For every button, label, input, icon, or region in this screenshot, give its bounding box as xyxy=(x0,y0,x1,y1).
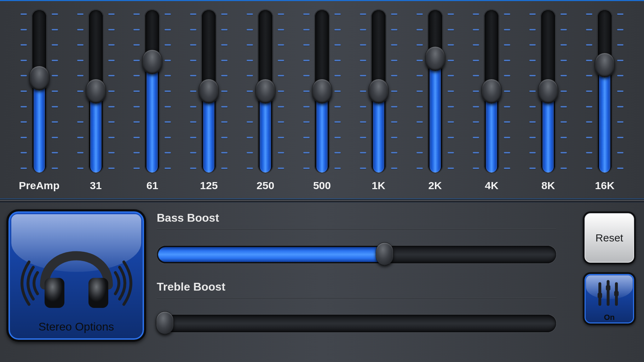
treble-boost-thumb[interactable] xyxy=(156,311,174,334)
slider-thumb[interactable] xyxy=(255,79,275,104)
tick-marks xyxy=(473,13,479,169)
slider-thumb[interactable] xyxy=(312,79,332,104)
tick-marks xyxy=(529,13,536,169)
svg-rect-5 xyxy=(598,293,602,298)
right-controls: Reset On xyxy=(581,209,638,362)
eq-band-label: 8K xyxy=(541,180,555,192)
stereo-options-label: Stereo Options xyxy=(8,320,144,333)
tick-marks xyxy=(303,13,310,169)
tick-marks xyxy=(334,13,341,169)
eq-band-4k: 4K xyxy=(464,6,519,192)
slider-thumb[interactable] xyxy=(538,79,558,104)
tick-marks xyxy=(165,13,171,169)
eq-slider[interactable] xyxy=(356,6,402,176)
slider-thumb[interactable] xyxy=(595,53,615,77)
treble-boost-label: Treble Boost xyxy=(157,280,556,293)
tick-marks xyxy=(391,13,397,169)
slider-groove xyxy=(428,10,442,173)
panel-divider xyxy=(0,199,644,202)
svg-rect-7 xyxy=(614,291,619,296)
slider-thumb[interactable] xyxy=(482,79,501,104)
eq-band-125: 125 xyxy=(181,6,237,192)
equalizer-icon xyxy=(592,279,628,311)
eq-band-2k: 2K xyxy=(407,6,463,192)
tick-marks xyxy=(247,13,253,169)
effects-panel: Stereo Options Bass Boost Treble Boost R… xyxy=(0,202,644,362)
tick-marks xyxy=(448,13,454,169)
eq-band-16k: 16K xyxy=(577,6,633,192)
eq-toggle-label: On xyxy=(585,313,634,322)
eq-slider[interactable] xyxy=(582,6,628,176)
slider-thumb[interactable] xyxy=(369,79,389,104)
eq-band-label: 2K xyxy=(428,180,442,192)
eq-band-label: 31 xyxy=(90,180,102,192)
stereo-options-button[interactable]: Stereo Options xyxy=(6,209,146,342)
equalizer-panel: PreAmp31611252505001K2K4K8K16K xyxy=(0,0,644,199)
eq-band-label: 250 xyxy=(257,180,274,192)
slider-thumb[interactable] xyxy=(86,79,106,104)
slider-groove xyxy=(145,10,159,173)
eq-band-1k: 1K xyxy=(351,6,407,192)
tick-marks xyxy=(586,13,592,169)
eq-band-label: PreAmp xyxy=(19,180,59,192)
eq-band-500: 500 xyxy=(294,6,350,192)
bass-boost-slider[interactable] xyxy=(157,241,556,266)
eq-slider[interactable] xyxy=(412,6,458,176)
boost-controls: Bass Boost Treble Boost xyxy=(157,209,570,362)
svg-rect-0 xyxy=(45,278,64,308)
reset-button[interactable]: Reset xyxy=(583,211,636,264)
eq-band-label: 125 xyxy=(200,180,218,192)
eq-band-preamp: PreAmp xyxy=(11,6,67,192)
eq-band-250: 250 xyxy=(237,6,293,192)
tick-marks xyxy=(108,13,115,169)
reset-label: Reset xyxy=(596,232,623,244)
eq-band-label: 16K xyxy=(595,180,615,192)
tick-marks xyxy=(221,13,228,169)
tick-marks xyxy=(504,13,510,169)
tick-marks xyxy=(190,13,196,169)
eq-toggle-button[interactable]: On xyxy=(583,272,636,325)
eq-slider[interactable] xyxy=(73,6,119,176)
eq-slider[interactable] xyxy=(299,6,345,176)
tick-marks xyxy=(360,13,366,169)
eq-slider[interactable] xyxy=(525,6,571,176)
treble-boost-slider[interactable] xyxy=(157,310,556,335)
slider-thumb[interactable] xyxy=(29,66,49,90)
eq-band-label: 61 xyxy=(146,180,158,192)
svg-rect-1 xyxy=(88,278,108,308)
svg-rect-6 xyxy=(606,285,610,290)
slider-thumb[interactable] xyxy=(425,46,445,71)
tick-marks xyxy=(133,13,140,169)
tick-marks xyxy=(617,13,623,169)
slider-groove xyxy=(598,10,612,173)
eq-band-label: 500 xyxy=(313,180,331,192)
tick-marks xyxy=(416,13,423,169)
separator xyxy=(157,229,556,229)
eq-band-label: 1K xyxy=(372,180,385,192)
headphones-icon xyxy=(20,225,133,313)
bass-boost-label: Bass Boost xyxy=(157,211,556,224)
separator xyxy=(157,298,556,298)
eq-slider[interactable] xyxy=(129,6,175,176)
eq-slider[interactable] xyxy=(16,6,62,176)
tick-marks xyxy=(21,13,27,169)
tick-marks xyxy=(52,13,58,169)
eq-band-label: 4K xyxy=(485,180,498,192)
tick-marks xyxy=(77,13,84,169)
eq-band-61: 61 xyxy=(124,6,180,192)
eq-band-31: 31 xyxy=(68,6,124,192)
slider-thumb[interactable] xyxy=(199,79,219,104)
tick-marks xyxy=(560,13,567,169)
tick-marks xyxy=(278,13,284,169)
eq-slider[interactable] xyxy=(468,6,514,176)
eq-slider[interactable] xyxy=(186,6,232,176)
eq-band-8k: 8K xyxy=(520,6,576,192)
slider-groove xyxy=(32,10,46,173)
bass-boost-thumb[interactable] xyxy=(376,243,393,265)
eq-slider[interactable] xyxy=(242,6,288,176)
slider-thumb[interactable] xyxy=(142,49,162,74)
